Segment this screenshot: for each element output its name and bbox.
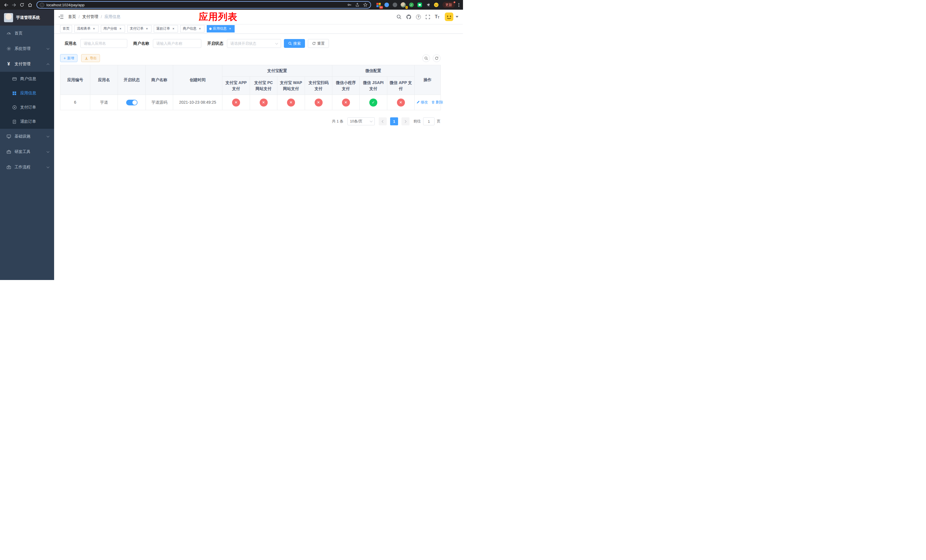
app-logo bbox=[4, 13, 13, 22]
merchant-name-input[interactable] bbox=[156, 41, 198, 45]
add-button[interactable]: 新增 bbox=[60, 54, 77, 62]
chevron-up-icon bbox=[47, 63, 50, 66]
browser-menu-icon[interactable] bbox=[457, 2, 461, 8]
status-select[interactable]: 请选择开启状态 bbox=[227, 39, 281, 48]
reset-button[interactable]: 重置 bbox=[308, 39, 329, 48]
sidebar-item-dev-tools[interactable]: 研发工具 bbox=[0, 144, 54, 159]
tab-app-info[interactable]: 应用信息 bbox=[207, 25, 235, 32]
top-navbar: 首页 支付管理 应用信息 应用列表 bbox=[54, 10, 463, 24]
status-toggle[interactable] bbox=[126, 100, 138, 105]
tab-label: 用户分组 bbox=[103, 26, 117, 31]
tab-label: 应用信息 bbox=[213, 26, 227, 31]
sidebar-item-merchant-info[interactable]: 商户信息 bbox=[0, 72, 54, 86]
credit-card-icon bbox=[12, 77, 17, 82]
app-name-input[interactable] bbox=[84, 41, 124, 45]
reset-button-label: 重置 bbox=[317, 41, 325, 46]
page-content: 应用名 商户名称 开启状态 请选择开启状态 搜索 bbox=[54, 33, 463, 280]
prev-page-button[interactable] bbox=[379, 117, 387, 125]
close-icon[interactable] bbox=[145, 27, 149, 31]
avatar-extension-icon[interactable]: 1 bbox=[400, 2, 406, 8]
delete-button[interactable]: 删除 bbox=[431, 99, 443, 105]
back-icon[interactable] bbox=[2, 1, 10, 9]
update-dot bbox=[454, 2, 455, 3]
browser-update-button[interactable]: 更新 bbox=[442, 2, 455, 8]
breadcrumb-current: 应用信息 bbox=[104, 14, 121, 20]
grid-icon bbox=[12, 91, 17, 96]
refresh-table-button[interactable] bbox=[433, 54, 440, 62]
tab-process-form[interactable]: 流程表单 bbox=[74, 25, 98, 32]
user-menu[interactable] bbox=[445, 12, 458, 21]
help-icon[interactable] bbox=[416, 15, 421, 20]
bookmark-star-icon[interactable] bbox=[363, 3, 368, 7]
tab-label: 首页 bbox=[63, 26, 70, 31]
chevron-down-icon bbox=[47, 47, 50, 50]
col-group-alipay: 支付宝配置 bbox=[222, 65, 332, 77]
app-table: 应用编号 应用名 开启状态 商户名称 创建时间 支付宝配置 微信配置 操作 支付… bbox=[60, 65, 441, 110]
address-bar[interactable]: localhost:1024/pay/app bbox=[36, 1, 371, 9]
sidebar-item-app-info[interactable]: 应用信息 bbox=[0, 86, 54, 100]
chevron-right-icon bbox=[404, 120, 407, 123]
col-wx-lite: 微信小程序支付 bbox=[332, 77, 360, 95]
breadcrumb-payment[interactable]: 支付管理 bbox=[82, 14, 98, 20]
close-icon[interactable] bbox=[171, 27, 176, 31]
fullscreen-icon[interactable] bbox=[425, 15, 430, 20]
drop-extension-icon[interactable] bbox=[384, 2, 390, 8]
app-name-field-wrap bbox=[80, 39, 127, 48]
next-page-button[interactable] bbox=[401, 117, 410, 125]
fail-icon bbox=[287, 98, 295, 106]
sidebar-item-label: 工作流程 bbox=[15, 165, 30, 170]
font-size-icon[interactable] bbox=[435, 15, 439, 19]
sidebar-item-pay-order[interactable]: 支付订单 bbox=[0, 100, 54, 115]
tab-user-group[interactable]: 用户分组 bbox=[101, 25, 125, 32]
tab-merchant-info[interactable]: 商户信息 bbox=[180, 25, 204, 32]
search-icon[interactable] bbox=[396, 14, 401, 20]
sidebar-item-payment[interactable]: ¥ 支付管理 bbox=[0, 56, 54, 72]
chevron-down-icon bbox=[370, 120, 373, 123]
tab-pay-order[interactable]: 支付订单 bbox=[127, 25, 151, 32]
emoji-extension-icon[interactable] bbox=[433, 2, 439, 8]
sidebar-item-home[interactable]: 首页 bbox=[0, 26, 54, 41]
tab-home[interactable]: 首页 bbox=[60, 25, 72, 32]
sidebar-item-system[interactable]: 系统管理 bbox=[0, 41, 54, 56]
site-info-icon[interactable] bbox=[40, 3, 44, 7]
grid-extension-icon[interactable]: 10 bbox=[375, 2, 381, 8]
forward-icon[interactable] bbox=[10, 1, 18, 9]
search-button[interactable]: 搜索 bbox=[284, 39, 305, 48]
export-button[interactable]: 导出 bbox=[81, 54, 100, 62]
success-icon bbox=[369, 98, 377, 106]
sidebar-item-refund-order[interactable]: 退款订单 bbox=[0, 115, 54, 129]
key-icon[interactable] bbox=[347, 3, 352, 7]
page-number-1[interactable]: 1 bbox=[390, 117, 398, 125]
document-icon bbox=[12, 120, 17, 124]
sidebar-item-workflow[interactable]: 工作流程 bbox=[0, 159, 54, 175]
tab-refund-order[interactable]: 退款订单 bbox=[154, 25, 178, 32]
col-wx-app: 微信 APP 支付 bbox=[387, 77, 415, 95]
page-size-select[interactable]: 10条/页 bbox=[347, 117, 375, 125]
col-status: 开启状态 bbox=[118, 65, 146, 95]
chevron-down-icon bbox=[47, 135, 50, 138]
dark-circle-extension-icon[interactable] bbox=[392, 2, 398, 8]
check-circle-extension-icon[interactable] bbox=[409, 2, 414, 8]
refresh-icon[interactable] bbox=[18, 1, 26, 9]
chat-extension-icon[interactable] bbox=[417, 2, 422, 8]
close-icon[interactable] bbox=[198, 27, 202, 31]
github-icon[interactable] bbox=[406, 14, 412, 20]
extension-badge: 10 bbox=[379, 6, 383, 9]
pin-extension-icon[interactable] bbox=[425, 2, 431, 8]
cell-wx-lite bbox=[332, 95, 360, 110]
payment-submenu: 商户信息 应用信息 支付订单 退款订单 bbox=[0, 72, 54, 129]
record-circle-icon bbox=[12, 105, 17, 110]
goto-page-input[interactable] bbox=[423, 117, 434, 125]
edit-button[interactable]: 修改 bbox=[416, 99, 428, 105]
toggle-search-button[interactable] bbox=[422, 54, 430, 62]
sidebar-item-infrastructure[interactable]: 基础设施 bbox=[0, 129, 54, 144]
main-area: 首页 支付管理 应用信息 应用列表 bbox=[54, 10, 463, 280]
breadcrumb-home[interactable]: 首页 bbox=[68, 14, 76, 20]
url-text[interactable]: localhost:1024/pay/app bbox=[47, 3, 345, 7]
home-icon[interactable] bbox=[26, 1, 33, 9]
close-icon[interactable] bbox=[228, 27, 232, 31]
sidebar-collapse-icon[interactable] bbox=[58, 15, 64, 19]
close-icon[interactable] bbox=[92, 27, 96, 31]
close-icon[interactable] bbox=[118, 27, 123, 31]
share-icon[interactable] bbox=[355, 3, 360, 7]
